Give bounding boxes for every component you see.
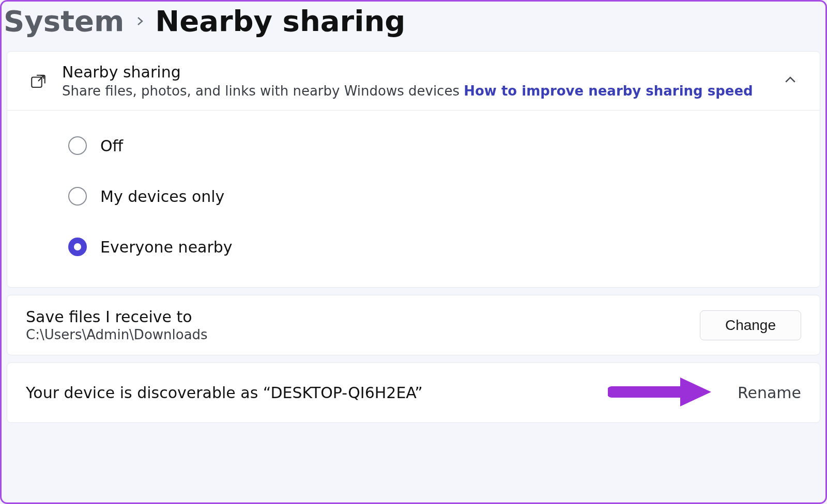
radio-off[interactable]: Off (68, 136, 798, 155)
breadcrumb-current: Nearby sharing (155, 7, 405, 36)
chevron-up-icon (783, 72, 798, 90)
breadcrumb-root[interactable]: System (4, 7, 124, 36)
share-icon (29, 71, 48, 91)
radio-label: Everyone nearby (100, 238, 233, 256)
breadcrumb: System Nearby sharing (2, 2, 825, 51)
annotation-arrow-icon (608, 373, 716, 413)
chevron-right-icon (133, 14, 146, 28)
expander-title: Nearby sharing (62, 63, 768, 81)
nearby-sharing-expander-header[interactable]: Nearby sharing Share files, photos, and … (7, 52, 820, 111)
save-files-title: Save files I receive to (26, 308, 208, 326)
radio-everyone-nearby[interactable]: Everyone nearby (68, 238, 798, 256)
radio-label: Off (100, 137, 123, 155)
sharing-mode-radio-group: Off My devices only Everyone nearby (7, 111, 820, 287)
radio-indicator (68, 238, 87, 256)
radio-indicator (68, 136, 87, 155)
rename-link[interactable]: Rename (738, 384, 801, 402)
radio-label: My devices only (100, 187, 224, 206)
expander-subtitle-text: Share files, photos, and links with near… (62, 83, 464, 99)
save-files-path: C:\Users\Admin\Downloads (26, 327, 208, 342)
discoverable-row: Your device is discoverable as “DESKTOP-… (7, 363, 820, 423)
nearby-sharing-card: Nearby sharing Share files, photos, and … (7, 51, 820, 288)
expander-subtitle: Share files, photos, and links with near… (62, 83, 768, 99)
discoverable-text: Your device is discoverable as “DESKTOP-… (26, 384, 423, 402)
improve-speed-link[interactable]: How to improve nearby sharing speed (464, 83, 753, 99)
save-files-row: Save files I receive to C:\Users\Admin\D… (7, 295, 820, 355)
radio-indicator (68, 187, 87, 206)
radio-my-devices-only[interactable]: My devices only (68, 187, 798, 206)
change-button[interactable]: Change (700, 310, 801, 340)
